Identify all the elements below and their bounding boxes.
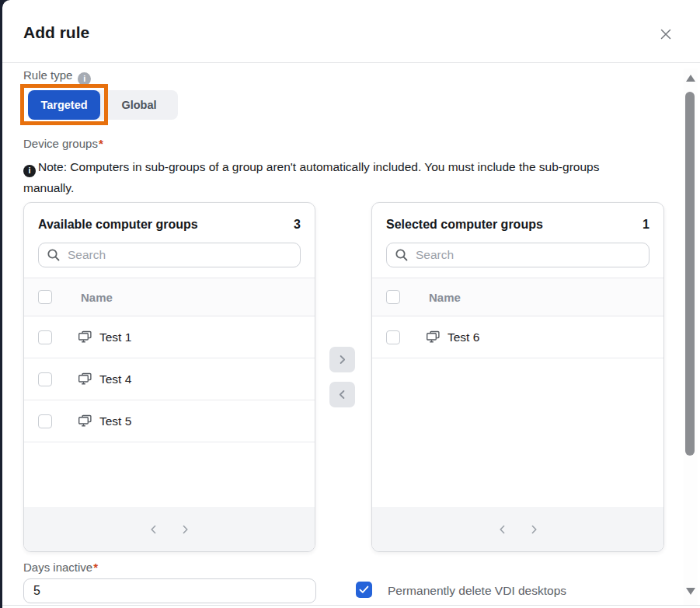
- available-search-input[interactable]: [38, 243, 301, 267]
- selected-search-input[interactable]: [386, 243, 650, 267]
- sub-groups-note: iNote: Computers in sub-groups of a grou…: [23, 156, 645, 198]
- group-name: Test 6: [448, 330, 479, 344]
- close-icon: [660, 28, 672, 44]
- available-panel-header: Available computer groups 3: [24, 203, 315, 233]
- selected-pagination: [372, 507, 663, 551]
- scroll-up-icon[interactable]: [686, 75, 695, 82]
- available-rows: Test 1 Test 4 Test 5: [24, 316, 315, 507]
- row-checkbox[interactable]: [386, 330, 400, 344]
- rule-type-segmented-control: Targeted Global: [28, 90, 178, 120]
- available-search: [38, 243, 301, 267]
- available-table-header: Name: [24, 278, 315, 316]
- scrollbar-thumb[interactable]: [685, 92, 695, 456]
- group-name: Test 5: [99, 414, 131, 428]
- row-checkbox[interactable]: [38, 414, 52, 428]
- bottom-divider: [2, 605, 700, 606]
- move-left-button[interactable]: [329, 382, 355, 407]
- checkmark-icon: [359, 585, 369, 594]
- select-all-checkbox[interactable]: [38, 290, 52, 304]
- group-name: Test 4: [99, 372, 131, 386]
- rule-type-label: Rule typei: [23, 68, 91, 86]
- days-inactive-label: Days inactive*: [23, 561, 98, 574]
- note-info-icon: i: [23, 165, 36, 177]
- search-icon: [395, 248, 409, 265]
- computer-group-icon: [426, 330, 441, 344]
- name-column-header: Name: [429, 291, 461, 304]
- selected-rows: Test 6: [372, 316, 663, 507]
- group-name: Test 1: [99, 330, 131, 344]
- chevron-right-icon: [337, 355, 347, 365]
- row-checkbox[interactable]: [38, 372, 52, 386]
- prev-page-button[interactable]: [144, 519, 164, 540]
- name-column-header: Name: [81, 291, 113, 304]
- required-asterisk: *: [93, 561, 98, 574]
- selected-groups-panel: Selected computer groups 1 Name: [371, 202, 664, 552]
- selected-panel-title: Selected computer groups: [386, 218, 643, 232]
- page-title: Add rule: [23, 23, 89, 42]
- selected-count-badge: 1: [643, 218, 650, 232]
- vdi-delete-checkbox[interactable]: [356, 582, 372, 598]
- selected-panel-header: Selected computer groups 1: [372, 203, 663, 233]
- rule-type-info-icon[interactable]: i: [78, 72, 91, 86]
- table-row[interactable]: Test 4: [24, 358, 315, 400]
- selected-search: [386, 243, 650, 267]
- computer-group-icon: [78, 414, 92, 428]
- vdi-delete-label[interactable]: Permanently delete VDI desktops: [388, 584, 566, 598]
- next-page-button[interactable]: [175, 519, 195, 540]
- add-rule-modal: Add rule Rule typei Targeted Global Devi…: [2, 0, 700, 608]
- available-groups-panel: Available computer groups 3 Name: [23, 202, 315, 552]
- targeted-button[interactable]: Targeted: [28, 90, 100, 120]
- selected-table-header: Name: [372, 278, 663, 316]
- table-row[interactable]: Test 1: [24, 316, 315, 358]
- required-asterisk: *: [99, 137, 103, 150]
- available-count-badge: 3: [294, 218, 301, 232]
- computer-group-icon: [78, 330, 92, 344]
- move-right-button[interactable]: [329, 347, 355, 372]
- search-icon: [47, 248, 61, 265]
- header-divider: [2, 62, 700, 63]
- computer-group-icon: [78, 372, 92, 386]
- scrollbar: [684, 68, 698, 605]
- select-all-checkbox[interactable]: [386, 290, 400, 304]
- scroll-down-icon[interactable]: [686, 588, 695, 595]
- close-button[interactable]: [656, 26, 676, 46]
- available-pagination: [24, 507, 315, 551]
- days-inactive-input[interactable]: [23, 578, 316, 603]
- prev-page-button[interactable]: [493, 519, 513, 540]
- chevron-left-icon: [337, 390, 347, 400]
- table-row[interactable]: Test 5: [24, 400, 315, 442]
- screen: Add rule Rule typei Targeted Global Devi…: [0, 0, 700, 608]
- next-page-button[interactable]: [524, 519, 544, 540]
- row-checkbox[interactable]: [38, 330, 52, 344]
- device-groups-label: Device groups*: [23, 137, 103, 150]
- table-row[interactable]: Test 6: [372, 316, 663, 358]
- global-button[interactable]: Global: [100, 90, 178, 120]
- available-panel-title: Available computer groups: [38, 218, 294, 232]
